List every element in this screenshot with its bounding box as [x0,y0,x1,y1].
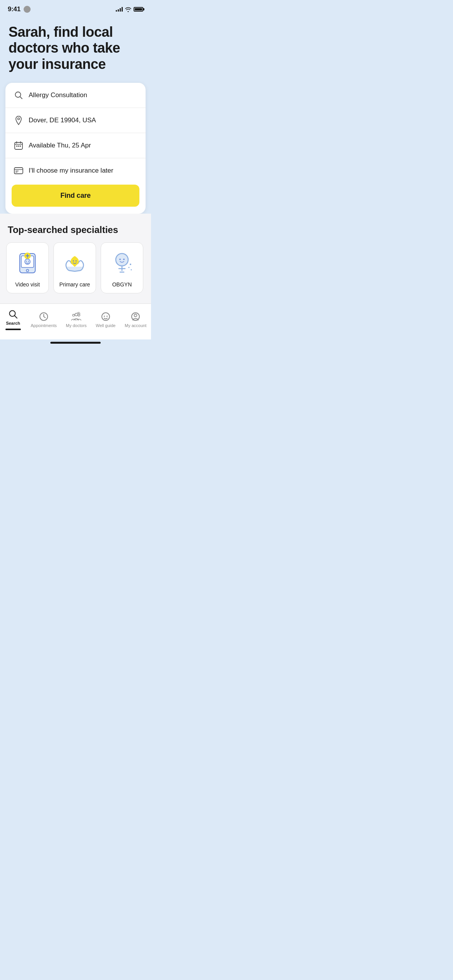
bottom-nav: Search Appointments [0,303,151,339]
video-visit-label: Video visit [15,281,40,288]
status-icons [116,7,143,12]
battery-icon [134,7,143,12]
signal-bars-icon [116,7,123,12]
nav-item-my-account[interactable]: My account [122,310,149,329]
calendar-icon [14,141,23,150]
search-nav-indicator [5,329,21,330]
home-indicator [50,342,101,344]
specialties-section: Top-searched specialties [0,214,151,303]
obgyn-label: OBGYN [112,281,132,288]
svg-rect-7 [16,146,17,147]
svg-rect-12 [15,171,19,171]
svg-point-49 [134,314,137,317]
search-icon [14,91,23,100]
status-dot [24,6,31,13]
svg-point-25 [116,254,128,266]
svg-point-23 [73,260,74,262]
svg-line-38 [44,317,45,318]
svg-point-32 [129,267,130,268]
obgyn-icon [108,250,136,278]
insurance-row[interactable]: I'll choose my insurance later [5,158,146,183]
specialty-card-video-visit[interactable]: Video visit [6,242,49,293]
service-row[interactable]: Allergy Consultation [5,83,146,108]
svg-point-40 [72,314,74,316]
status-bar: 9:41 [0,0,151,16]
appointments-nav-icon [39,312,49,322]
primary-care-icon [61,250,89,278]
svg-point-24 [76,260,77,262]
svg-point-46 [104,316,105,317]
svg-rect-10 [14,168,23,174]
svg-point-21 [28,261,29,262]
svg-line-35 [14,316,17,319]
location-icon [14,116,23,125]
hero-title: Sarah, find local doctors who take your … [9,24,142,72]
my-doctors-nav-label: My doctors [66,323,87,328]
specialties-title: Top-searched specialties [6,224,145,235]
specialty-card-primary-care[interactable]: Primary care [53,242,96,293]
location-row[interactable]: Dover, DE 19904, USA [5,108,146,133]
date-row[interactable]: Available Thu, 25 Apr [5,133,146,158]
svg-point-33 [131,269,132,271]
hero-section: Sarah, find local doctors who take your … [0,16,151,83]
well-guide-nav-label: Well guide [96,323,115,328]
nav-item-search[interactable]: Search [2,308,25,332]
specialties-grid: Video visit Primary care [6,242,145,297]
date-value: Available Thu, 25 Apr [29,142,91,149]
search-nav-label: Search [6,321,20,326]
status-time: 9:41 [8,5,21,13]
appointments-nav-label: Appointments [31,323,57,328]
primary-care-label: Primary care [59,281,90,288]
location-value: Dover, DE 19904, USA [29,117,96,124]
svg-point-2 [18,118,20,120]
svg-rect-13 [15,172,17,173]
specialty-card-obgyn[interactable]: OBGYN [101,242,143,293]
wifi-icon [125,7,131,12]
svg-point-47 [106,316,108,317]
svg-rect-8 [18,146,19,147]
insurance-value: I'll choose my insurance later [29,167,113,175]
well-guide-nav-icon [101,312,111,322]
my-account-nav-icon [130,312,141,322]
nav-item-my-doctors[interactable]: My doctors [63,310,90,329]
nav-item-appointments[interactable]: Appointments [27,310,60,329]
svg-point-31 [130,264,131,265]
find-care-button[interactable]: Find care [12,185,139,207]
svg-point-26 [119,259,121,260]
my-account-nav-label: My account [125,323,146,328]
svg-point-27 [123,259,125,260]
search-card: Allergy Consultation Dover, DE 19904, US… [5,83,146,214]
insurance-card-icon [14,166,23,175]
svg-point-45 [102,313,110,320]
svg-point-20 [26,261,27,262]
video-visit-icon [14,250,41,278]
svg-rect-9 [20,146,21,147]
search-nav-icon [8,309,18,319]
svg-line-1 [20,97,22,99]
nav-item-well-guide[interactable]: Well guide [93,310,118,329]
service-value: Allergy Consultation [29,91,87,99]
my-doctors-nav-icon [71,312,81,322]
